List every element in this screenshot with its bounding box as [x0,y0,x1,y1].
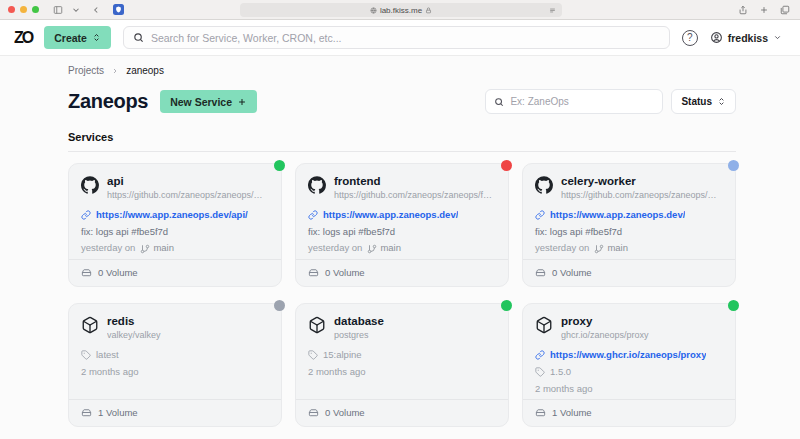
service-commit: fix: logs api #fbe5f7d [308,226,395,239]
user-menu[interactable]: fredkiss [710,31,782,44]
breadcrumb-projects[interactable]: Projects [68,65,104,76]
service-updated-row: yesterday on main [308,242,496,255]
tab-overview-icon[interactable] [780,1,790,19]
service-volumes: 1 Volume [552,407,592,418]
status-dot [501,300,512,311]
service-commit: fix: logs api #fbe5f7d [81,226,168,239]
service-volumes: 0 Volume [98,267,138,278]
extension-shield-icon[interactable] [113,4,124,15]
card-footer: 0 Volume [296,399,508,426]
close-window-button[interactable] [8,6,15,13]
create-button[interactable]: Create [44,26,111,49]
service-commit-row: fix: logs api #fbe5f7d [535,226,723,239]
service-updated-row: yesterday on main [81,242,269,255]
help-icon[interactable]: ? [682,30,698,46]
service-url-link[interactable]: https://www.app.zaneops.dev/ [323,209,458,222]
services-section-title: Services [68,131,736,143]
back-icon[interactable] [91,5,101,15]
sort-arrows-icon [717,97,726,106]
service-updated-row: 2 months ago [308,366,496,379]
service-filter [485,89,663,114]
status-dot [274,160,285,171]
service-updated: yesterday on [308,242,362,255]
service-name: database [334,315,384,329]
username: fredkiss [728,32,768,44]
link-icon [308,210,318,220]
service-tag: 1.5.0 [550,366,571,379]
plus-icon [237,97,247,107]
service-url-link[interactable]: https://www.app.zaneops.dev/ [550,209,685,222]
service-name: redis [107,315,161,329]
minimize-window-button[interactable] [20,6,27,13]
reader-icon[interactable] [549,7,556,16]
github-icon [535,176,553,198]
service-card[interactable]: database postgres 15:alpine 2 months ago [295,303,509,427]
service-url-row: https://www.app.zaneops.dev/ [535,209,723,222]
service-filter-input[interactable] [510,96,654,107]
share-icon[interactable] [738,1,748,19]
service-url-link[interactable]: https://www.ghcr.io/zaneops/proxy [550,349,706,362]
globe-icon [370,7,377,14]
service-updated: 2 months ago [308,366,366,379]
breadcrumb-current: zaneops [126,65,164,76]
service-source: postgres [334,330,384,340]
service-name: api [107,175,267,189]
service-card[interactable]: proxy ghcr.io/zaneops/proxy https://www.… [522,303,736,427]
tag-icon [81,350,91,360]
service-volumes: 0 Volume [325,267,365,278]
card-footer: 1 Volume [523,399,735,426]
zoom-window-button[interactable] [32,6,39,13]
service-commit-row: fix: logs api #fbe5f7d [308,226,496,239]
user-avatar-icon [710,31,723,44]
new-service-button[interactable]: New Service [160,90,257,113]
service-card[interactable]: celery-worker https://github.com/zaneops… [522,163,736,287]
new-tab-icon[interactable] [759,1,769,19]
services-grid: api https://github.com/zaneops/zaneops/b… [68,163,736,427]
service-updated: 2 months ago [535,383,593,396]
chevrons-up-down-icon [92,33,101,42]
service-tag-row: 15:alpine [308,349,496,362]
section-divider [68,151,736,152]
service-volumes: 1 Volume [98,407,138,418]
zaneops-logo[interactable]: ZO [14,29,32,47]
service-source: valkey/valkey [107,330,161,340]
service-name: frontend [334,175,494,189]
status-dot [728,160,739,171]
address-bar[interactable]: lab.fkiss.me [240,3,562,17]
service-name: proxy [561,315,649,329]
page-title: Zaneops [68,90,148,113]
status-filter-button[interactable]: Status [671,89,736,114]
service-updated-row: 2 months ago [81,366,269,379]
link-icon [81,210,91,220]
service-tag: 15:alpine [323,349,362,362]
service-card[interactable]: redis valkey/valkey latest 2 months ago [68,303,282,427]
service-branch-wrap: main [367,242,401,255]
tag-icon [308,350,318,360]
service-commit: fix: logs api #fbe5f7d [535,226,622,239]
service-updated: yesterday on [535,242,589,255]
window-controls[interactable] [8,6,39,13]
sidebar-toggle-icon[interactable] [53,5,63,15]
service-branch-wrap: main [140,242,174,255]
github-icon [81,176,99,198]
service-card[interactable]: api https://github.com/zaneops/zaneops/b… [68,163,282,287]
service-url-link[interactable]: https://www.app.zaneops.dev/api/ [96,209,248,222]
chevron-down-icon [773,32,782,44]
volume-icon [308,267,319,278]
git-branch-icon [367,244,377,254]
service-tag-row: 1.5.0 [535,366,723,379]
sidebar-chevron-icon[interactable] [71,5,81,15]
card-footer: 1 Volume [69,399,281,426]
global-search-input[interactable] [151,32,660,44]
card-footer: 0 Volume [69,259,281,286]
service-source: https://github.com/zaneops/zaneops/backe… [107,190,267,200]
service-url-row: https://www.app.zaneops.dev/api/ [81,209,269,222]
service-name: celery-worker [561,175,721,189]
service-card[interactable]: frontend https://github.com/zaneops/zane… [295,163,509,287]
search-icon [133,32,144,43]
git-branch-icon [140,244,150,254]
status-dot [728,300,739,311]
service-source: https://github.com/zaneops/zaneops/front… [334,190,494,200]
service-volumes: 0 Volume [325,407,365,418]
breadcrumb: Projects zaneops [68,65,736,76]
